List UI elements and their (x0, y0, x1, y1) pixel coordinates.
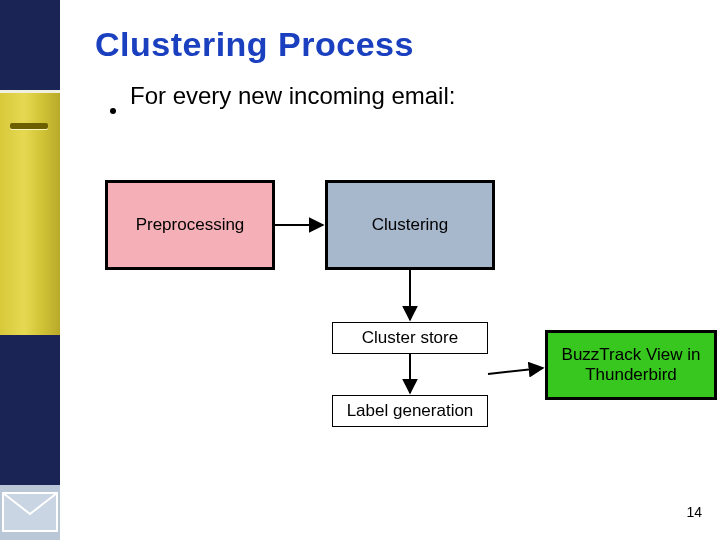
box-clustering-label: Clustering (372, 215, 449, 235)
sidebar-mailbox-photo (0, 90, 60, 341)
box-preprocessing: Preprocessing (105, 180, 275, 270)
bullet-line: For every new incoming email: (110, 82, 700, 110)
box-cluster-store: Cluster store (332, 322, 488, 354)
box-preprocessing-label: Preprocessing (136, 215, 245, 235)
decorative-sidebar (0, 0, 60, 540)
sidebar-top-block (0, 0, 60, 90)
box-cluster-store-label: Cluster store (362, 328, 458, 348)
box-label-generation-label: Label generation (347, 401, 474, 421)
box-buzztrack-view: BuzzTrack View in Thunderbird (545, 330, 717, 400)
svg-line-4 (488, 368, 543, 374)
envelope-icon (0, 485, 60, 540)
box-label-generation: Label generation (332, 395, 488, 427)
box-clustering: Clustering (325, 180, 495, 270)
box-buzztrack-view-label: BuzzTrack View in Thunderbird (552, 345, 710, 384)
mailbox-slot (10, 123, 48, 129)
flow-diagram: Preprocessing Clustering Cluster store L… (60, 170, 720, 500)
bullet-text: For every new incoming email: (130, 82, 455, 110)
slide-content: Clustering Process For every new incomin… (95, 25, 700, 110)
page-number: 14 (686, 504, 702, 520)
bullet-dot-icon (110, 108, 116, 114)
slide-title: Clustering Process (95, 25, 700, 64)
